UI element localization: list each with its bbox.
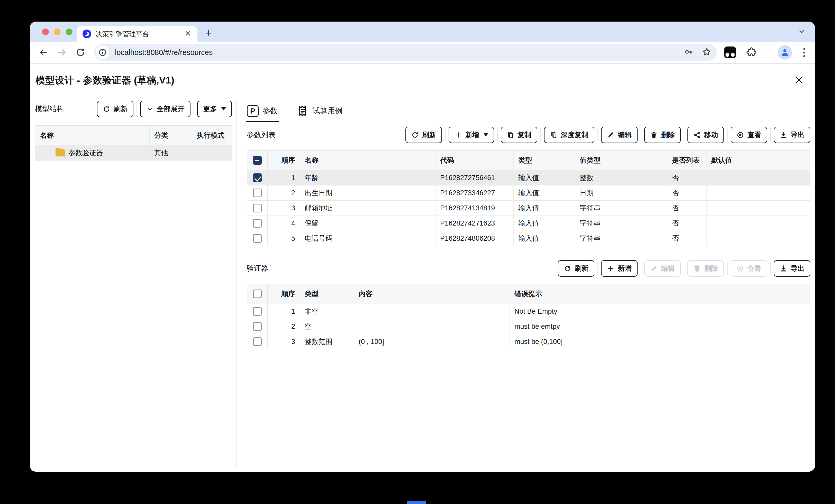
params-refresh-button[interactable]: 刷新 bbox=[405, 127, 442, 143]
tab-title: 决策引擎管理平台 bbox=[96, 29, 180, 39]
address-bar[interactable]: localhost:8080/#/re/resources bbox=[94, 44, 717, 61]
edit-pencil-icon bbox=[650, 265, 658, 272]
page-content: 模型设计 - 参数验证器 (草稿,V1) 模型结构 刷新 bbox=[30, 64, 815, 471]
validators-refresh-button[interactable]: 刷新 bbox=[558, 260, 594, 277]
tab-close-icon[interactable] bbox=[184, 29, 192, 38]
parameter-row[interactable]: 5 电话号码 P1628274806208 输入值 字符串 否 bbox=[247, 231, 810, 246]
receipt-icon bbox=[297, 105, 308, 117]
select-all-checkbox[interactable] bbox=[253, 290, 262, 298]
row-checkbox[interactable] bbox=[253, 234, 262, 243]
params-delete-button[interactable]: 删除 bbox=[644, 127, 681, 143]
select-all-checkbox[interactable] bbox=[253, 156, 262, 165]
model-tree-table: 名称 分类 执行模式 参数验证器 其他 bbox=[35, 125, 232, 161]
param-value-type: 字符串 bbox=[575, 231, 667, 246]
url-text[interactable]: localhost:8080/#/re/resources bbox=[115, 48, 675, 57]
button-label: 全部展开 bbox=[157, 104, 185, 113]
row-checkbox[interactable] bbox=[253, 322, 262, 331]
col-default: 默认值 bbox=[707, 150, 810, 170]
password-key-icon[interactable] bbox=[684, 47, 693, 58]
col-value-type: 值类型 bbox=[575, 150, 667, 170]
params-title: 参数列表 bbox=[247, 130, 276, 140]
profile-avatar[interactable] bbox=[778, 45, 792, 60]
validators-add-button[interactable]: 新增 bbox=[601, 260, 637, 277]
validator-type: 空 bbox=[300, 319, 354, 334]
validator-seq: 2 bbox=[268, 319, 300, 334]
page-header: 模型设计 - 参数验证器 (草稿,V1) bbox=[30, 64, 815, 87]
menu-kebab-icon[interactable] bbox=[802, 46, 806, 59]
reload-button[interactable] bbox=[76, 47, 85, 57]
close-window-button[interactable] bbox=[42, 28, 49, 35]
validator-row[interactable]: 2 空 must be emtpy bbox=[247, 319, 810, 334]
param-is-list: 否 bbox=[667, 231, 707, 246]
params-move-button[interactable]: 移动 bbox=[688, 127, 724, 143]
row-checkbox[interactable] bbox=[253, 189, 262, 197]
tab-parameters[interactable]: P 参数 bbox=[247, 100, 278, 122]
expand-all-button[interactable]: 全部展开 bbox=[140, 101, 190, 117]
param-code: P1628274806208 bbox=[435, 231, 514, 246]
parameter-row[interactable]: 2 出生日期 P1628273346227 输入值 日期 否 bbox=[247, 186, 810, 201]
params-add-button[interactable]: 新增 bbox=[449, 127, 494, 143]
pinned-extension-icon[interactable] bbox=[724, 46, 736, 58]
col-seq: 顺序 bbox=[268, 284, 300, 303]
tab-test-cases[interactable]: 试算用例 bbox=[297, 100, 342, 122]
trash-icon bbox=[693, 265, 701, 272]
extensions-puzzle-icon[interactable] bbox=[746, 47, 757, 58]
more-button[interactable]: 更多 bbox=[197, 101, 232, 117]
tree-node-exec-mode bbox=[192, 145, 232, 160]
param-default bbox=[707, 186, 810, 201]
site-info-icon[interactable] bbox=[96, 46, 109, 59]
bookmark-star-icon[interactable] bbox=[702, 47, 711, 58]
params-export-button[interactable]: 导出 bbox=[774, 127, 810, 143]
validator-content bbox=[354, 319, 510, 334]
params-copy-button[interactable]: 复制 bbox=[501, 127, 537, 143]
browser-tab[interactable]: 决策引擎管理平台 bbox=[77, 26, 198, 42]
browser-actions bbox=[724, 45, 806, 60]
validators-export-button[interactable]: 导出 bbox=[774, 260, 810, 277]
col-name: 名称 bbox=[35, 126, 150, 145]
col-error: 错误提示 bbox=[510, 284, 810, 303]
params-edit-button[interactable]: 编辑 bbox=[601, 127, 637, 143]
row-checkbox[interactable] bbox=[253, 219, 262, 228]
col-code: 代码 bbox=[435, 150, 514, 170]
panel-splitter[interactable] bbox=[236, 100, 237, 468]
new-tab-button[interactable] bbox=[205, 29, 212, 38]
minimize-window-button[interactable] bbox=[54, 28, 61, 35]
toolbar-divider bbox=[767, 47, 767, 58]
plus-icon bbox=[454, 131, 462, 139]
validator-row[interactable]: 3 整数范围 (0 , 100] must be (0,100] bbox=[247, 334, 810, 349]
parameter-row[interactable]: 4 保留 P1628274271623 输入值 字符串 否 bbox=[247, 216, 810, 231]
validators-view-button[interactable]: 查看 bbox=[731, 260, 767, 277]
validators-table: 顺序 类型 内容 错误提示 1 非空 Not Be Empty bbox=[247, 284, 810, 349]
page-close-icon[interactable] bbox=[794, 75, 803, 86]
tab-search-chevron-icon[interactable] bbox=[798, 28, 806, 37]
site-favicon bbox=[82, 29, 91, 39]
row-checkbox[interactable] bbox=[253, 173, 262, 182]
browser-window: 决策引擎管理平台 localhost:8080/#/re/resources bbox=[30, 22, 815, 471]
col-type: 类型 bbox=[514, 150, 575, 170]
validators-delete-button[interactable]: 删除 bbox=[688, 260, 724, 277]
parameter-icon: P bbox=[247, 105, 259, 117]
params-toolbar: 参数列表 刷新 新增 bbox=[247, 127, 810, 143]
validator-content: (0 , 100] bbox=[354, 334, 510, 349]
param-code: P1628274271623 bbox=[435, 216, 514, 231]
row-checkbox[interactable] bbox=[253, 337, 262, 346]
zoom-window-button[interactable] bbox=[66, 28, 73, 35]
back-button[interactable] bbox=[39, 47, 48, 57]
row-checkbox[interactable] bbox=[253, 307, 262, 316]
params-view-button[interactable]: 查看 bbox=[731, 127, 767, 143]
validator-row[interactable]: 1 非空 Not Be Empty bbox=[247, 304, 810, 319]
trash-icon bbox=[650, 131, 658, 139]
param-value-type: 字符串 bbox=[575, 201, 667, 215]
row-checkbox[interactable] bbox=[253, 204, 262, 212]
parameter-row[interactable]: 1 年龄 P1628272756461 输入值 整数 否 bbox=[247, 170, 810, 186]
tree-row[interactable]: 参数验证器 其他 bbox=[35, 145, 232, 161]
params-deep-copy-button[interactable]: 深度复制 bbox=[544, 127, 594, 143]
param-default bbox=[707, 201, 810, 215]
parameter-row[interactable]: 3 邮箱地址 P1628274134819 输入值 字符串 否 bbox=[247, 201, 810, 216]
param-type: 输入值 bbox=[514, 216, 575, 231]
tree-node-label[interactable]: 参数验证器 bbox=[68, 148, 103, 158]
forward-button[interactable] bbox=[57, 47, 67, 57]
validators-edit-button[interactable]: 编辑 bbox=[644, 260, 681, 277]
tree-refresh-button[interactable]: 刷新 bbox=[97, 101, 134, 117]
param-code: P1628274134819 bbox=[435, 201, 514, 215]
